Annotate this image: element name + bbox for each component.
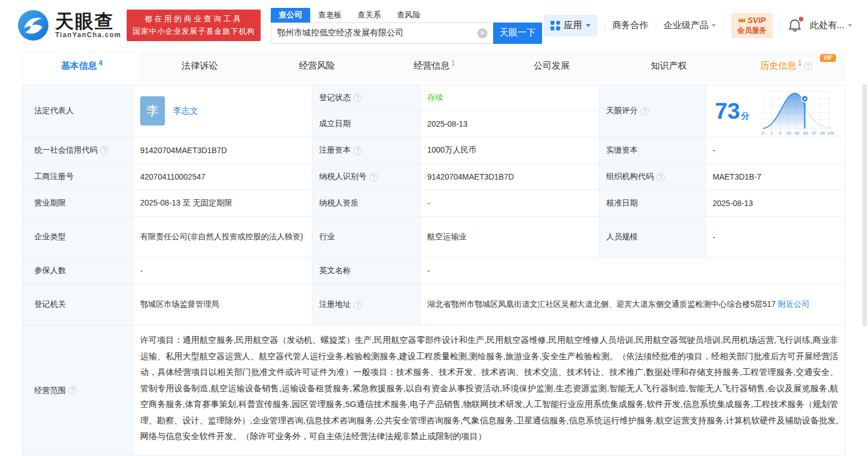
field-label-est-date: 成立日期 xyxy=(312,111,420,137)
tab-business-info[interactable]: 经营信息1 xyxy=(375,52,493,80)
username: 此处有... xyxy=(810,20,844,32)
help-icon[interactable]: ? xyxy=(354,301,362,309)
score-distribution-chart: 0 1 3 15 50 85 97 99 100 xyxy=(759,86,835,136)
field-label-industry: 行业 xyxy=(312,217,420,258)
taxpayer-id-value: 91420704MAET3D1B7D xyxy=(420,164,599,190)
svip-member-button[interactable]: SVIP 会员服务 xyxy=(731,13,773,38)
apps-grid-icon xyxy=(551,21,560,30)
tab-count: 1 xyxy=(451,59,455,67)
tab-company-development[interactable]: 公司发展 xyxy=(493,52,610,80)
svip-sublabel: 会员服务 xyxy=(737,25,767,35)
field-label-business-term: 营业期限 xyxy=(23,190,133,217)
search-tab-company[interactable]: 查公司 xyxy=(271,8,310,23)
tab-legal-proceedings[interactable]: 法律诉讼 xyxy=(141,52,258,80)
field-label-credit-code: 统一社会信用代码? xyxy=(23,137,133,164)
field-label-reg-number: 工商注册号 xyxy=(23,164,133,190)
brand-logo[interactable]: 天眼查 TianYanCha.com xyxy=(17,9,121,42)
divider xyxy=(780,21,781,30)
tab-intellectual-property[interactable]: 知识产权 xyxy=(610,52,727,80)
reg-authority-value: 鄂城区市场监督管理局 xyxy=(133,284,312,325)
help-icon[interactable]: ? xyxy=(656,173,665,181)
apps-button[interactable]: 应用 xyxy=(544,15,597,37)
help-icon[interactable]: ? xyxy=(100,146,109,155)
field-label-insured-count: 参保人数 xyxy=(23,258,133,284)
svg-text:100: 100 xyxy=(827,131,834,136)
field-label-approval-date: 核准日期 xyxy=(599,190,706,217)
field-label-reg-capital: 注册资本? xyxy=(312,137,420,164)
reg-capital-value: 1000万人民币 xyxy=(420,137,599,164)
svip-label: SVIP xyxy=(748,16,766,25)
reg-address-cell: 湖北省鄂州市鄂城区凤凰街道文汇社区吴都大道北侧、迎宾大道东侧交通质监检测中心综合… xyxy=(420,284,845,325)
tab-history-info[interactable]: VIP 历史信息1 ? xyxy=(728,52,845,80)
nav-enterprise-products[interactable]: 企业级产品 xyxy=(664,20,716,32)
search-tabs: 查公司 查老板 查关系 查风险 xyxy=(271,7,542,23)
insured-count-value: - xyxy=(133,258,312,284)
nearby-companies-link[interactable]: 附近公司 xyxy=(778,299,809,309)
help-icon[interactable]: ? xyxy=(804,62,812,70)
legal-rep-link[interactable]: 李志文 xyxy=(173,106,198,117)
field-label-english-name: 英文名称 xyxy=(312,258,420,284)
search-button[interactable]: 天眼一下 xyxy=(493,23,542,44)
notification-dot xyxy=(799,17,803,21)
staff-size-value: - xyxy=(706,217,845,258)
scrollbar[interactable] xyxy=(862,84,867,327)
brand-domain: TianYanCha.com xyxy=(55,31,121,39)
divider xyxy=(723,21,724,30)
paid-capital-value: - xyxy=(706,137,845,164)
field-label-reg-address: 注册地址? xyxy=(312,284,420,325)
nav-cooperation[interactable]: 商务合作 xyxy=(612,20,648,32)
header: 天眼查 TianYanCha.com 都在用的商业查询工具 国家中小企业发展子基… xyxy=(0,0,868,51)
tab-basic-info[interactable]: 基本信息4 xyxy=(23,52,141,80)
help-icon[interactable]: ? xyxy=(69,386,77,395)
industry-value: 航空运输业 xyxy=(420,217,599,258)
est-date-value: 2025-08-13 xyxy=(420,111,599,137)
legal-rep-cell: 李 李志文 xyxy=(133,85,312,137)
svg-text:0: 0 xyxy=(762,131,764,136)
business-scope-cell: 许可项目：通用航空服务,民用航空器（发动机、螺旋桨）生产,民用航空器零部件设计和… xyxy=(133,325,845,456)
english-name-value: - xyxy=(420,258,845,284)
field-label-org-code: 组织机构代码? xyxy=(599,164,706,190)
search-tab-risk[interactable]: 查风险 xyxy=(389,8,428,23)
page: 天眼查 TianYanCha.com 都在用的商业查询工具 国家中小企业发展子基… xyxy=(0,0,868,456)
vip-badge: VIP xyxy=(820,54,836,62)
field-label-staff-size: 人员规模 xyxy=(599,217,706,258)
help-icon[interactable]: ? xyxy=(354,146,362,155)
score-cell[interactable]: 73分 0 1 3 15 xyxy=(706,85,845,137)
field-label-paid-capital: 实缴资本 xyxy=(599,137,706,164)
company-type-value: 有限责任公司(非自然人投资或控股的法人独资) xyxy=(133,217,312,258)
section-tabs: 基本信息4 法律诉讼 经营风险 经营信息1 公司发展 知识产权 VIP 历史信息… xyxy=(23,52,845,81)
brand-name: 天眼查 xyxy=(55,12,121,32)
chevron-down-icon xyxy=(586,24,590,27)
slogan-line1: 都在用的商业查询工具 xyxy=(145,14,243,24)
tab-operating-risk[interactable]: 经营风险 xyxy=(258,52,375,80)
reg-status-value: 存续 xyxy=(420,85,599,111)
svg-text:1: 1 xyxy=(770,131,772,136)
user-menu[interactable]: 此处有... xyxy=(810,20,852,32)
svg-text:50: 50 xyxy=(794,131,799,136)
reg-address-value: 湖北省鄂州市鄂城区凤凰街道文汇社区吴都大道北侧、迎宾大道东侧交通质监检测中心综合… xyxy=(427,299,776,309)
search-tab-relation[interactable]: 查关系 xyxy=(350,8,389,23)
apps-label: 应用 xyxy=(564,20,582,32)
search-tab-boss[interactable]: 查老板 xyxy=(310,8,350,23)
tab-count: 1 xyxy=(798,59,802,67)
clear-icon[interactable]: ✕ xyxy=(477,28,487,38)
brand-slogan: 都在用的商业查询工具 国家中小企业发展子基金旗下机构 xyxy=(127,10,261,41)
svg-text:99: 99 xyxy=(820,131,825,136)
field-label-business-scope: 经营范围? xyxy=(23,325,133,456)
business-term-value: 2025-08-13 至 无固定期限 xyxy=(133,190,312,217)
chevron-down-icon xyxy=(712,24,716,27)
score-number: 73分 xyxy=(715,100,750,122)
notification-bell-icon[interactable] xyxy=(788,18,803,33)
field-label-legal-rep: 法定代表人 xyxy=(23,85,133,137)
divider xyxy=(605,21,605,30)
svg-text:3: 3 xyxy=(778,131,781,136)
help-icon[interactable]: ? xyxy=(354,93,362,102)
slogan-line2: 国家中小企业发展子基金旗下机构 xyxy=(132,26,255,37)
help-icon[interactable]: ? xyxy=(369,173,378,181)
help-icon[interactable]: ? xyxy=(641,107,649,115)
divider xyxy=(656,21,656,30)
field-label-reg-status: 登记状态? xyxy=(312,85,420,111)
search-input[interactable] xyxy=(271,23,493,44)
avatar[interactable]: 李 xyxy=(140,96,165,126)
credit-code-value: 91420704MAET3D1B7D xyxy=(133,137,312,164)
